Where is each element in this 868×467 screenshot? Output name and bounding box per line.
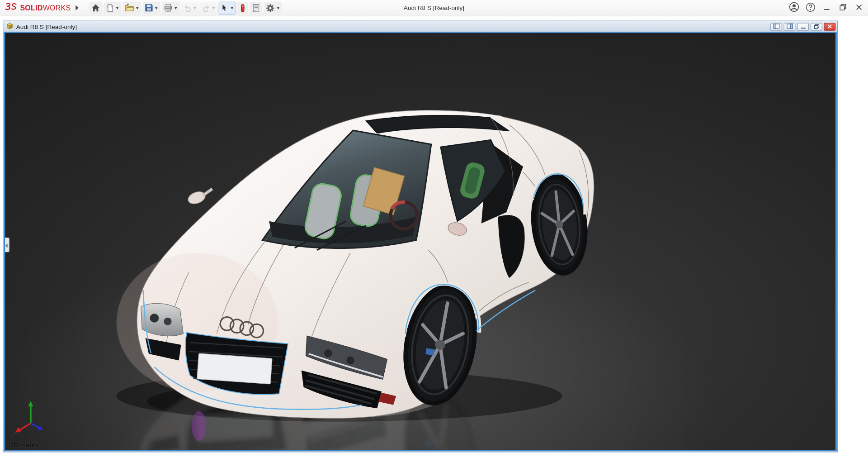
home-icon (91, 3, 100, 13)
open-button[interactable]: ▼ (123, 1, 141, 14)
dropdown-arrow-icon: ▼ (136, 6, 140, 10)
redo-button[interactable]: ▼ (200, 1, 217, 14)
app-window: SOLIDWORKS ▼ (0, 0, 868, 467)
document-window: Audi R8 S [Read-only] (3, 21, 838, 453)
restore-button[interactable] (835, 0, 851, 16)
feature-manager-collapse-handle[interactable] (4, 237, 9, 252)
y-axis-arrow (28, 401, 33, 406)
help-button[interactable] (802, 0, 818, 16)
open-folder-icon (124, 3, 134, 12)
save-button[interactable]: ▼ (143, 1, 160, 14)
select-tool-button[interactable]: ▼ (219, 1, 236, 14)
file-properties-icon (252, 3, 261, 13)
pane-toggle-left-button[interactable] (770, 23, 782, 30)
dropdown-arrow-icon: ▼ (154, 6, 158, 10)
rebuild-button[interactable] (237, 1, 249, 14)
dropdown-arrow-icon: ▼ (276, 6, 280, 10)
part-document-icon (5, 22, 14, 31)
close-icon (855, 4, 862, 12)
file-properties-button[interactable] (250, 1, 262, 14)
minimize-button[interactable] (818, 0, 835, 16)
doc-restore-button[interactable] (811, 23, 822, 30)
dropdown-arrow-icon: ▼ (193, 6, 197, 10)
standard-toolbar: ▼ ▼ (89, 1, 282, 14)
new-document-button[interactable]: ▼ (104, 1, 121, 14)
doc-minimize-button[interactable] (797, 23, 809, 30)
solidworks-logo: SOLIDWORKS (0, 2, 72, 14)
home-button[interactable] (89, 1, 102, 14)
account-button[interactable] (786, 0, 802, 16)
menu-expand-button[interactable] (72, 1, 81, 14)
dropdown-arrow-icon: ▼ (174, 6, 178, 10)
restore-icon (839, 4, 846, 12)
close-button[interactable] (851, 0, 867, 16)
document-titlebar[interactable]: Audi R8 S [Read-only] (3, 21, 837, 32)
app-window-controls (786, 0, 868, 16)
undo-icon (183, 4, 192, 12)
view-orientation-label: *Dimetric (11, 442, 40, 448)
dropdown-arrow-icon: ▼ (230, 6, 234, 10)
viewport-3d[interactable]: *Dimetric (4, 32, 837, 451)
pane-toggle-right-button[interactable] (784, 23, 796, 30)
new-document-icon (105, 3, 114, 13)
app-title: Audi R8 S [Read-only] (404, 5, 464, 11)
redo-icon (202, 4, 211, 12)
document-title: Audi R8 S [Read-only] (16, 23, 77, 30)
save-icon (144, 3, 153, 12)
account-icon (789, 2, 799, 14)
menu-expand-icon (74, 5, 80, 11)
chevron-left-icon (5, 240, 8, 250)
dropdown-arrow-icon: ▼ (115, 6, 119, 10)
document-window-controls (769, 23, 835, 30)
solidworks-wordmark: SOLIDWORKS (20, 4, 71, 12)
restore-icon (814, 22, 819, 31)
select-arrow-icon (221, 3, 229, 12)
options-button[interactable]: ▼ (264, 1, 282, 14)
print-icon (163, 3, 173, 12)
3ds-logo-icon (5, 2, 17, 14)
car-model-render (5, 33, 835, 450)
minimize-icon (800, 22, 806, 31)
print-button[interactable]: ▼ (161, 1, 179, 14)
orientation-triad[interactable] (12, 398, 51, 437)
pane-toggle-right-icon (786, 22, 793, 31)
help-icon (805, 2, 815, 14)
dropdown-arrow-icon: ▼ (212, 6, 216, 10)
undo-button[interactable]: ▼ (181, 1, 198, 14)
app-titlebar: SOLIDWORKS ▼ (0, 0, 868, 16)
close-icon (827, 22, 832, 31)
doc-close-button[interactable] (824, 23, 835, 30)
rebuild-icon (239, 3, 247, 13)
pane-toggle-left-icon (773, 22, 780, 31)
options-gear-icon (266, 3, 275, 13)
minimize-icon (823, 4, 830, 12)
